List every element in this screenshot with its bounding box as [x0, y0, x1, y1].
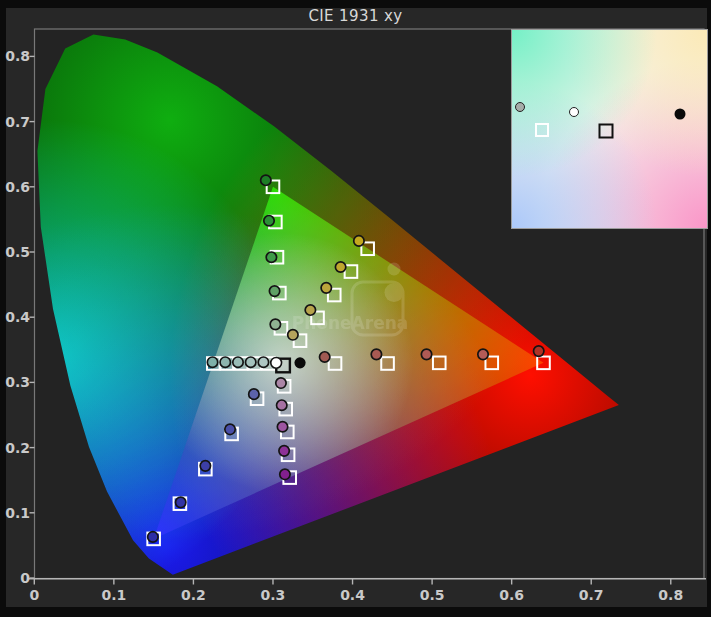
green-sweep-measured-20%: [270, 319, 280, 329]
blue-sweep-measured-40%: [225, 424, 235, 434]
watermark-person-body-icon: [385, 283, 404, 302]
cyan-sweep-measured-80%: [220, 357, 230, 367]
cyan-sweep-measured-40%: [246, 357, 256, 367]
inset-black-dot: [675, 109, 686, 120]
white-black-dot: [294, 357, 305, 368]
inset-cyan-20-target: [535, 123, 549, 137]
white-measured-circle: [271, 357, 282, 368]
green-sweep-measured-100%: [261, 175, 271, 185]
page-title: CIE 1931 xy: [0, 7, 711, 25]
red-sweep-measured-60%: [421, 349, 431, 359]
blue-sweep-measured-20%: [249, 389, 259, 399]
green-sweep-measured-40%: [269, 286, 279, 296]
inset-white-measured: [569, 107, 579, 117]
yellow-sweep-measured-40%: [305, 305, 315, 315]
blue-sweep-measured-80%: [175, 497, 185, 507]
magenta-sweep-measured-60%: [277, 422, 287, 432]
magenta-sweep-measured-100%: [280, 469, 290, 479]
red-sweep-measured-100%: [534, 346, 544, 356]
inset-cyan-20-measured: [515, 102, 525, 112]
green-sweep-measured-60%: [266, 252, 276, 262]
magenta-sweep-measured-40%: [277, 400, 287, 410]
watermark-text: PhoneArena: [292, 313, 409, 333]
cyan-sweep-measured-20%: [258, 357, 268, 367]
cyan-sweep-measured-100%: [207, 357, 217, 367]
magenta-sweep-measured-80%: [279, 446, 289, 456]
cie-chart-screen: PhoneArena 000.10.10.20.20.30.30.40.40.5…: [0, 0, 711, 617]
yellow-sweep-measured-100%: [354, 236, 364, 246]
red-sweep-measured-20%: [319, 352, 329, 362]
blue-sweep-measured-60%: [200, 461, 210, 471]
red-sweep-measured-80%: [478, 349, 488, 359]
magenta-sweep-measured-20%: [276, 378, 286, 388]
blue-sweep-measured-100%: [148, 532, 158, 542]
green-sweep-measured-80%: [264, 216, 274, 226]
red-sweep-measured-40%: [371, 349, 381, 359]
watermark-person-head-icon: [388, 263, 401, 276]
yellow-sweep-measured-80%: [335, 262, 345, 272]
white-point-inset: [511, 29, 708, 229]
yellow-sweep-measured-60%: [321, 283, 331, 293]
yellow-sweep-measured-20%: [288, 330, 298, 340]
cyan-sweep-measured-60%: [233, 357, 243, 367]
inset-white-target: [598, 123, 613, 138]
